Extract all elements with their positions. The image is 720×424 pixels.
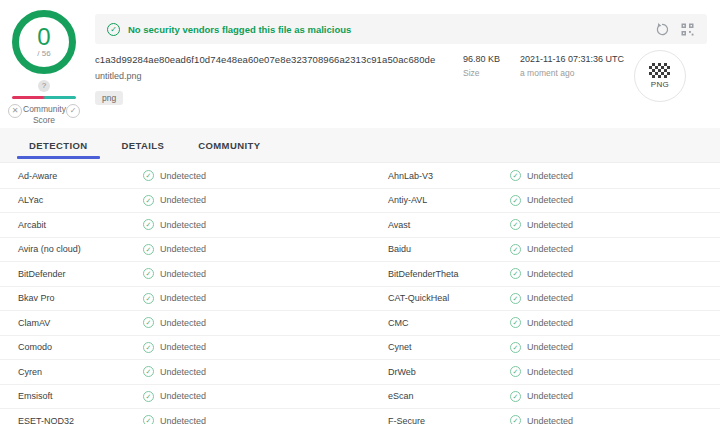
vendor-cell-right: eScan ✓ Undetected [360, 385, 720, 409]
vendor-name: ClamAV [18, 318, 143, 328]
check-icon: ✓ [143, 170, 154, 181]
detection-status: ✓ Undetected [510, 317, 573, 328]
table-row: Cyren ✓ Undetected DrWeb ✓ Undetected [0, 360, 720, 385]
vote-up-button[interactable]: ✓ [66, 104, 80, 118]
check-circle-icon: ✓ [107, 23, 120, 36]
status-label: Undetected [160, 342, 206, 352]
detection-status: ✓ Undetected [510, 195, 573, 206]
status-label: Undetected [527, 342, 573, 352]
reanalyze-icon[interactable] [655, 22, 670, 37]
status-label: Undetected [527, 416, 573, 424]
qr-code-icon[interactable] [680, 22, 695, 37]
detection-score-widget: 0 / 56 ? ✕ Community Score ✓ [8, 8, 80, 126]
detection-status: ✓ Undetected [143, 244, 206, 255]
detection-status: ✓ Undetected [143, 293, 206, 304]
check-icon: ✓ [510, 391, 521, 402]
vendor-name: Arcabit [18, 220, 143, 230]
score-value: 0 [37, 26, 50, 48]
community-score-label: Community Score [23, 104, 65, 126]
detection-status: ✓ Undetected [510, 219, 573, 230]
vendor-name: ALYac [18, 195, 143, 205]
detection-status: ✓ Undetected [143, 415, 206, 424]
check-icon: ✓ [510, 342, 521, 353]
detection-status: ✓ Undetected [143, 170, 206, 181]
status-label: Undetected [527, 318, 573, 328]
status-label: Undetected [527, 391, 573, 401]
check-icon: ✓ [510, 219, 521, 230]
vendor-name: ESET-NOD32 [18, 416, 143, 424]
check-icon: ✓ [143, 195, 154, 206]
file-size-value: 96.80 KB [463, 54, 500, 64]
vendor-cell-left: BitDefender ✓ Undetected [0, 262, 360, 286]
vendor-name: Comodo [18, 342, 143, 352]
detection-status: ✓ Undetected [143, 219, 206, 230]
vendor-name: eScan [388, 391, 510, 401]
vendor-name: DrWeb [388, 367, 510, 377]
table-row: Bkav Pro ✓ Undetected CAT-QuickHeal ✓ Un… [0, 287, 720, 312]
vendor-name: F-Secure [388, 416, 510, 424]
status-label: Undetected [160, 244, 206, 254]
file-tag-png[interactable]: png [95, 91, 123, 105]
verdict-banner: ✓ No security vendors flagged this file … [95, 14, 707, 44]
vendor-name: AhnLab-V3 [388, 171, 510, 181]
vendor-name: Emsisoft [18, 391, 143, 401]
file-size-block: 96.80 KB Size [453, 50, 510, 108]
detection-status: ✓ Undetected [143, 391, 206, 402]
vendor-name: CAT-QuickHeal [388, 293, 510, 303]
report-tabs: DETECTION DETAILS COMMUNITY [0, 128, 720, 163]
status-label: Undetected [527, 220, 573, 230]
check-icon: ✓ [510, 415, 521, 424]
detection-status: ✓ Undetected [510, 342, 573, 353]
vendor-cell-right: CAT-QuickHeal ✓ Undetected [360, 287, 720, 311]
status-label: Undetected [527, 367, 573, 377]
detection-status: ✓ Undetected [143, 195, 206, 206]
check-icon: ✓ [143, 244, 154, 255]
vendor-cell-left: ALYac ✓ Undetected [0, 189, 360, 213]
check-icon: ✓ [70, 106, 77, 115]
vendor-name: BitDefenderTheta [388, 269, 510, 279]
score-ring: 0 / 56 [12, 10, 76, 74]
tab-detection[interactable]: DETECTION [17, 128, 100, 163]
vendor-name: Baidu [388, 244, 510, 254]
check-icon: ✓ [510, 244, 521, 255]
verdict-message: No security vendors flagged this file as… [128, 24, 351, 35]
vendor-cell-right: Cynet ✓ Undetected [360, 336, 720, 360]
vendor-cell-right: Antiy-AVL ✓ Undetected [360, 189, 720, 213]
status-label: Undetected [160, 391, 206, 401]
detection-status: ✓ Undetected [143, 342, 206, 353]
help-icon[interactable]: ? [38, 80, 50, 92]
file-hash: c1a3d99284ae80ead6f10d74e48ea60e07e8e323… [95, 54, 453, 65]
vendor-cell-left: ESET-NOD32 ✓ Undetected [0, 409, 360, 424]
detection-table: Ad-Aware ✓ Undetected AhnLab-V3 ✓ Undete… [0, 164, 720, 424]
file-name: untitled.png [95, 71, 453, 81]
community-score-bar [12, 96, 76, 99]
vendor-cell-right: CMC ✓ Undetected [360, 311, 720, 335]
status-label: Undetected [160, 416, 206, 424]
vendor-cell-right: F-Secure ✓ Undetected [360, 409, 720, 424]
vendor-name: BitDefender [18, 269, 143, 279]
detection-status: ✓ Undetected [143, 268, 206, 279]
file-summary: c1a3d99284ae80ead6f10d74e48ea60e07e8e323… [95, 50, 707, 108]
table-row: Avira (no cloud) ✓ Undetected Baidu ✓ Un… [0, 238, 720, 263]
detection-status: ✓ Undetected [510, 170, 573, 181]
tab-details[interactable]: DETAILS [110, 128, 177, 163]
checkered-pattern-icon [649, 63, 670, 78]
vendor-cell-left: Avira (no cloud) ✓ Undetected [0, 238, 360, 262]
file-type-label: PNG [651, 80, 669, 89]
detection-status: ✓ Undetected [143, 317, 206, 328]
vendor-name: Ad-Aware [18, 171, 143, 181]
analysis-date-relative: a moment ago [520, 68, 624, 78]
vendor-cell-left: Ad-Aware ✓ Undetected [0, 164, 360, 188]
check-icon: ✓ [510, 195, 521, 206]
vendor-name: CMC [388, 318, 510, 328]
status-label: Undetected [160, 318, 206, 328]
table-row: BitDefender ✓ Undetected BitDefenderThet… [0, 262, 720, 287]
check-icon: ✓ [510, 317, 521, 328]
tab-community[interactable]: COMMUNITY [186, 128, 272, 163]
vote-down-button[interactable]: ✕ [8, 104, 22, 118]
vendor-cell-right: Avast ✓ Undetected [360, 213, 720, 237]
check-icon: ✓ [510, 170, 521, 181]
table-row: Emsisoft ✓ Undetected eScan ✓ Undetected [0, 385, 720, 410]
vendor-name: Antiy-AVL [388, 195, 510, 205]
vendor-name: Avira (no cloud) [18, 244, 143, 254]
